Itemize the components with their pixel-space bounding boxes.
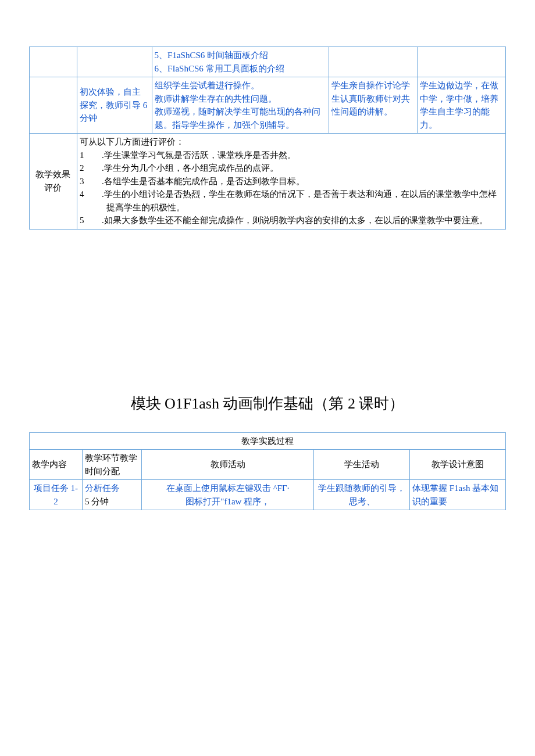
list-text: .如果大多数学生还不能全部完成操作，则说明教学内容的安排的太多，在以后的课堂教学… (90, 214, 503, 227)
table-row: 教学效果评价 可从以下几方面进行评价： 1 .学生课堂学习气氛是否活跃，课堂秩序… (30, 134, 506, 230)
col-header: 教学环节教学时间分配 (82, 450, 141, 480)
text-line: 分析任务 (85, 483, 120, 493)
text-line: 组织学生尝试着进行操作。 (155, 79, 326, 92)
list-item: 4 .学生的小组讨论是否热烈，学生在教师在场的情况下，是否善于表达和沟通，在以后… (80, 188, 503, 214)
cell-design-intent: 学生边做边学，在做中学，学中做，培养学生自主学习的能力。 (417, 77, 505, 134)
list-number: 1 (80, 149, 90, 162)
text-line: 图标打开"f1aw 程序， (144, 495, 311, 508)
table-row: 教学实践过程 (30, 432, 506, 450)
cell-empty (30, 77, 77, 134)
table-header: 教学实践过程 (30, 432, 506, 450)
col-header: 教师活动 (142, 450, 314, 480)
text-line: 5、F1aShCS6 时间轴面板介绍 (155, 49, 326, 62)
cell-empty (329, 47, 417, 77)
list-text: .学生课堂学习气氛是否活跃，课堂秩序是否井然。 (90, 149, 503, 162)
cell-content: 项目任务 1-2 (30, 480, 83, 510)
cell-teacher-activity: 组织学生尝试着进行操作。 教师讲解学生存在的共性问题。 教师巡视，随时解决学生可… (152, 77, 329, 134)
col-header: 教学内容 (30, 450, 83, 480)
list-number: 4 (80, 188, 90, 214)
section-title: 模块 O1F1ash 动画制作基础（第 2 课时） (29, 392, 506, 415)
teaching-table-2: 教学实践过程 教学内容 教学环节教学时间分配 教师活动 学生活动 教学设计意图 … (29, 432, 506, 511)
text-line: 教师讲解学生存在的共性问题。 (155, 92, 326, 106)
table-row: 5、F1aShCS6 时间轴面板介绍 6、FIaShCS6 常用工具面板的介绍 (30, 47, 506, 77)
cell-student-activity: 学生跟随教师的引导，思考、 (314, 480, 410, 510)
cell-empty (30, 47, 77, 77)
text-line: 5 分钟 (85, 497, 109, 506)
cell-evaluation-label: 教学效果评价 (30, 134, 77, 230)
text-line: 6、FIaShCS6 常用工具面板的介绍 (155, 62, 326, 76)
table-row: 初次体验，自主探究，教师引导 6 分钟 组织学生尝试着进行操作。 教师讲解学生存… (30, 77, 506, 134)
cell-empty (417, 47, 505, 77)
list-item: 1 .学生课堂学习气氛是否活跃，课堂秩序是否井然。 (80, 149, 503, 162)
cell-empty (77, 47, 152, 77)
cell-evaluation-content: 可从以下几方面进行评价： 1 .学生课堂学习气氛是否活跃，课堂秩序是否井然。 2… (77, 134, 505, 230)
list-number: 2 (80, 162, 90, 175)
table-row: 教学内容 教学环节教学时间分配 教师活动 学生活动 教学设计意图 (30, 450, 506, 480)
cell-student-activity: 学生亲自操作讨论学生认真听教师针对共性问题的讲解。 (329, 77, 417, 134)
teaching-table-1: 5、F1aShCS6 时间轴面板介绍 6、FIaShCS6 常用工具面板的介绍 … (29, 46, 506, 230)
col-header: 教学设计意图 (410, 450, 506, 480)
list-item: 3 .各组学生是否基本能完成作品，是否达到教学目标。 (80, 175, 503, 188)
text-line: 教师巡视，随时解决学生可能出现的各种问题。指导学生操作，加强个别辅导。 (155, 105, 326, 131)
evaluation-intro: 可从以下几方面进行评价： (80, 135, 503, 149)
cell-phase: 初次体验，自主探究，教师引导 6 分钟 (77, 77, 152, 134)
cell-phase: 分析任务 5 分钟 (82, 480, 141, 510)
col-header: 学生活动 (314, 450, 410, 480)
list-item: 2 .学生分为几个小组，各小组完成作品的点评。 (80, 162, 503, 175)
cell-design-intent: 体现掌握 F1ash 基本知识的重要 (410, 480, 506, 510)
list-text: .各组学生是否基本能完成作品，是否达到教学目标。 (90, 175, 503, 188)
list-text: .学生分为几个小组，各小组完成作品的点评。 (90, 162, 503, 175)
table-row: 项目任务 1-2 分析任务 5 分钟 在桌面上使用鼠标左键双击 ^FΓ· 图标打… (30, 480, 506, 510)
list-item: 5 .如果大多数学生还不能全部完成操作，则说明教学内容的安排的太多，在以后的课堂… (80, 214, 503, 227)
list-number: 3 (80, 175, 90, 188)
text-line: 在桌面上使用鼠标左键双击 ^FΓ· (144, 482, 311, 495)
cell-teacher-activity: 在桌面上使用鼠标左键双击 ^FΓ· 图标打开"f1aw 程序， (142, 480, 314, 510)
list-text: .学生的小组讨论是否热烈，学生在教师在场的情况下，是否善于表达和沟通，在以后的课… (90, 188, 503, 214)
list-number: 5 (80, 214, 90, 227)
cell-teacher-activity: 5、F1aShCS6 时间轴面板介绍 6、FIaShCS6 常用工具面板的介绍 (152, 47, 329, 77)
